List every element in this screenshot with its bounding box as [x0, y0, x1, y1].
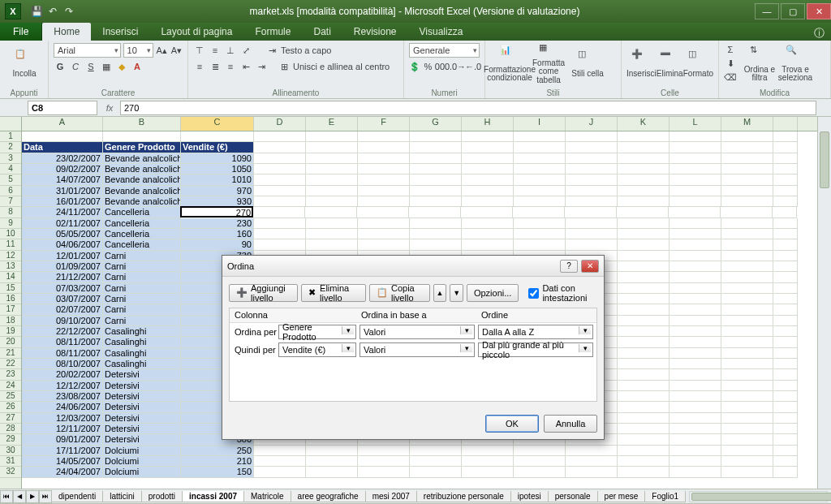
cell[interactable]: 02/11/2007: [22, 218, 103, 229]
hscroll-thumb[interactable]: [691, 493, 831, 501]
sheet-tab[interactable]: mesi 2007: [365, 491, 417, 502]
row-number[interactable]: 26: [0, 402, 21, 412]
cell[interactable]: 14/07/2007: [22, 174, 103, 185]
column-header[interactable]: I: [514, 117, 566, 131]
column-header[interactable]: K: [618, 117, 670, 131]
fx-icon[interactable]: fx: [99, 103, 120, 113]
tab-dati[interactable]: Dati: [302, 23, 342, 41]
cell[interactable]: Dolciumi: [103, 456, 181, 467]
cell[interactable]: 250: [181, 446, 254, 456]
column-header[interactable]: D: [254, 117, 306, 131]
wrap-text-label[interactable]: Testo a capo: [281, 45, 331, 55]
row-number[interactable]: 7: [0, 196, 21, 207]
cell[interactable]: Carni: [103, 272, 181, 282]
redo-icon[interactable]: ↷: [62, 4, 76, 19]
increase-font-icon[interactable]: A▴: [156, 44, 168, 57]
percent-icon[interactable]: %: [423, 60, 433, 73]
dialog-close-button[interactable]: ✕: [581, 260, 599, 273]
cell[interactable]: Detersivi: [103, 413, 181, 424]
cell[interactable]: 03/07/2007: [22, 294, 103, 304]
find-select-button[interactable]: 🔍Trova e seleziona: [777, 42, 813, 84]
row-number[interactable]: 3: [0, 153, 21, 164]
cell[interactable]: 12/03/2007: [22, 413, 103, 424]
cell[interactable]: 21/12/2007: [22, 272, 103, 282]
cell[interactable]: Bevande analcoliche: [103, 153, 181, 164]
name-box[interactable]: C8: [28, 101, 97, 115]
cell[interactable]: 17/11/2007: [22, 446, 103, 456]
row-number[interactable]: 27: [0, 413, 21, 424]
sort-on-select[interactable]: Valori: [360, 325, 475, 339]
sheet-tab[interactable]: Matricole: [243, 491, 291, 502]
scroll-thumb[interactable]: [820, 131, 829, 188]
font-name-select[interactable]: Arial: [54, 43, 121, 58]
cell[interactable]: Carni: [103, 294, 181, 304]
cell[interactable]: Dolciumi: [103, 446, 181, 456]
cell[interactable]: Bevande analcoliche: [103, 174, 181, 185]
move-down-button[interactable]: ▼: [450, 284, 463, 302]
cell[interactable]: Carni: [103, 316, 181, 326]
row-number[interactable]: 12: [0, 251, 21, 261]
autosum-icon[interactable]: Σ: [724, 43, 737, 56]
tab-home[interactable]: Home: [42, 23, 91, 41]
border-icon[interactable]: ▦: [100, 60, 113, 73]
cell[interactable]: 14/05/2007: [22, 456, 103, 467]
cell[interactable]: Detersivi: [103, 434, 181, 445]
bold-icon[interactable]: G: [54, 60, 67, 73]
headers-checkbox[interactable]: Dati con intestazioni: [528, 283, 597, 303]
increase-indent-icon[interactable]: ⇥: [255, 60, 268, 73]
row-number[interactable]: 23: [0, 369, 21, 380]
increase-decimal-icon[interactable]: .0→: [451, 60, 464, 73]
align-top-icon[interactable]: ⊤: [193, 44, 206, 57]
cell[interactable]: Dolciumi: [103, 467, 181, 477]
thousands-icon[interactable]: 000: [436, 60, 449, 73]
cell[interactable]: Detersivi: [103, 424, 181, 434]
sheet-nav-next[interactable]: ▶: [26, 490, 39, 503]
select-all-corner[interactable]: [0, 117, 21, 131]
cell[interactable]: Detersivi: [103, 402, 181, 412]
merge-icon[interactable]: ⊞: [278, 60, 291, 73]
align-middle-icon[interactable]: ≡: [209, 44, 222, 57]
font-size-select[interactable]: 10: [123, 43, 153, 58]
cell[interactable]: Carni: [103, 283, 181, 294]
column-header[interactable]: E: [306, 117, 358, 131]
row-number[interactable]: 19: [0, 326, 21, 337]
table-header-cell[interactable]: Data: [22, 142, 103, 153]
cell[interactable]: Casalinghi: [103, 326, 181, 337]
wrap-text-icon[interactable]: ⇥: [265, 44, 278, 57]
number-format-select[interactable]: Generale: [409, 43, 480, 58]
row-number[interactable]: 31: [0, 456, 21, 467]
move-up-button[interactable]: ▲: [433, 284, 447, 302]
cell[interactable]: Cancelleria: [103, 239, 181, 250]
cell[interactable]: 930: [181, 196, 254, 207]
sort-column-select[interactable]: Genere Prodotto: [278, 325, 356, 339]
format-cells-button[interactable]: ◫Formato: [683, 42, 713, 84]
column-header[interactable]: [773, 117, 798, 131]
cell[interactable]: 02/07/2007: [22, 304, 103, 315]
cell-styles-button[interactable]: ◫Stili cella: [568, 42, 607, 84]
active-cell[interactable]: 270: [180, 206, 253, 217]
cell[interactable]: Bevande analcoliche: [103, 164, 181, 174]
cell[interactable]: Cancelleria: [103, 218, 181, 229]
sheet-tab[interactable]: ipotesi: [510, 491, 549, 502]
help-icon[interactable]: ⓘ: [807, 26, 831, 41]
sheet-nav-last[interactable]: ⏭: [39, 490, 52, 503]
cell[interactable]: 150: [181, 467, 254, 477]
row-number[interactable]: 32: [0, 467, 21, 477]
file-tab[interactable]: File: [0, 23, 42, 41]
row-number[interactable]: 24: [0, 381, 21, 391]
row-number[interactable]: 13: [0, 261, 21, 272]
font-color-icon[interactable]: A: [131, 60, 144, 73]
sort-order-select[interactable]: Dal più grande al più piccolo: [478, 342, 593, 357]
tab-visualizza[interactable]: Visualizza: [408, 23, 475, 41]
cell[interactable]: Bevande analcoliche: [103, 186, 181, 196]
cell[interactable]: 160: [181, 229, 254, 239]
align-right-icon[interactable]: ≡: [224, 60, 237, 73]
column-header[interactable]: H: [462, 117, 514, 131]
row-number[interactable]: 15: [0, 283, 21, 294]
vertical-scrollbar[interactable]: [817, 117, 831, 489]
sort-filter-button[interactable]: ⇅Ordina e filtra: [742, 42, 777, 84]
row-number[interactable]: 21: [0, 348, 21, 359]
cell[interactable]: 09/02/2007: [22, 164, 103, 174]
cell[interactable]: Casalinghi: [103, 359, 181, 369]
column-header[interactable]: B: [103, 117, 181, 131]
